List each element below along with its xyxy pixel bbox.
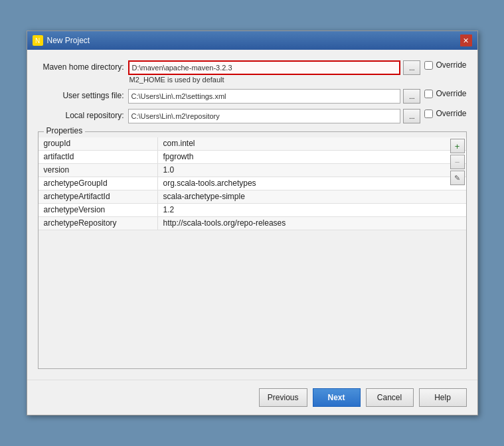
- local-repo-row: Local repository: ... Override: [38, 109, 467, 123]
- dialog-title: New Project: [47, 36, 90, 45]
- table-row[interactable]: archetypeRepository http://scala-tools.o…: [39, 217, 466, 230]
- maven-home-override: Override: [424, 60, 466, 70]
- local-repo-input-row: ...: [128, 109, 421, 123]
- remove-property-button[interactable]: −: [450, 155, 465, 169]
- maven-home-hint: M2_HOME is used by default: [128, 76, 421, 84]
- table-row[interactable]: version 1.0: [39, 164, 466, 177]
- table-row[interactable]: artifactId fpgrowth: [39, 151, 466, 164]
- local-repo-browse-button[interactable]: ...: [403, 109, 420, 123]
- maven-home-input-row: ...: [128, 60, 421, 75]
- dialog-content: Maven home directory: ... M2_HOME is use…: [27, 50, 477, 380]
- title-bar: N New Project ✕: [27, 31, 477, 50]
- user-settings-override-label: Override: [436, 89, 466, 98]
- local-repo-label: Local repository:: [38, 109, 124, 120]
- prop-key: artifactId: [39, 151, 158, 163]
- maven-home-override-checkbox[interactable]: [424, 61, 433, 70]
- properties-sidebar: + − ✎: [449, 137, 466, 186]
- table-row[interactable]: archetypeVersion 1.2: [39, 204, 466, 217]
- user-settings-override: Override: [424, 89, 466, 98]
- prop-value: com.intel: [158, 137, 466, 150]
- user-settings-label: User settings file:: [38, 89, 124, 100]
- footer: Previous Next Cancel Help: [27, 380, 477, 415]
- user-settings-row: User settings file: ... Override: [38, 89, 467, 104]
- dialog-icon: N: [33, 35, 43, 46]
- user-settings-browse-button[interactable]: ...: [403, 89, 420, 104]
- table-row[interactable]: archetypeArtifactId scala-archetype-simp…: [39, 190, 466, 204]
- title-bar-left: N New Project: [33, 35, 90, 46]
- maven-home-row: Maven home directory: ... M2_HOME is use…: [38, 60, 467, 84]
- table-row[interactable]: groupId com.intel: [39, 137, 466, 151]
- prop-value: fpgrowth: [158, 151, 466, 163]
- properties-border: Properties groupId com.intel artifactId …: [38, 131, 467, 369]
- local-repo-override: Override: [424, 109, 466, 118]
- prop-value: org.scala-tools.archetypes: [158, 177, 466, 190]
- prop-key: archetypeArtifactId: [39, 190, 158, 203]
- prop-value: 1.2: [158, 204, 466, 216]
- maven-home-browse-button[interactable]: ...: [403, 60, 420, 75]
- help-button[interactable]: Help: [419, 388, 467, 407]
- prop-value: http://scala-tools.org/repo-releases: [158, 217, 466, 230]
- local-repo-override-label: Override: [436, 109, 466, 118]
- user-settings-input-row: ...: [128, 89, 421, 104]
- previous-button[interactable]: Previous: [259, 388, 307, 407]
- properties-section: Properties groupId com.intel artifactId …: [38, 131, 467, 369]
- user-settings-input-group: ...: [128, 89, 421, 104]
- dialog-icon-letter: N: [35, 37, 40, 44]
- prop-key: archetypeRepository: [39, 217, 158, 230]
- prop-value: 1.0: [158, 164, 466, 177]
- properties-legend: Properties: [44, 126, 86, 135]
- properties-table: groupId com.intel artifactId fpgrowth ve…: [39, 137, 466, 368]
- local-repo-override-checkbox[interactable]: [424, 110, 433, 118]
- local-repo-input[interactable]: [128, 109, 401, 123]
- local-repo-input-group: ...: [128, 109, 421, 123]
- prop-key: archetypeVersion: [39, 204, 158, 216]
- maven-home-input[interactable]: [128, 60, 401, 75]
- maven-home-input-group: ... M2_HOME is used by default: [128, 60, 421, 84]
- prop-key: archetypeGroupId: [39, 177, 158, 190]
- table-row[interactable]: archetypeGroupId org.scala-tools.archety…: [39, 177, 466, 190]
- close-button[interactable]: ✕: [460, 35, 472, 46]
- user-settings-input[interactable]: [128, 89, 401, 104]
- edit-property-button[interactable]: ✎: [450, 171, 465, 185]
- maven-home-label: Maven home directory:: [38, 60, 124, 72]
- add-property-button[interactable]: +: [450, 139, 465, 153]
- new-project-dialog: N New Project ✕ Maven home directory: ..…: [27, 31, 478, 415]
- cancel-button[interactable]: Cancel: [366, 388, 414, 407]
- prop-key: version: [39, 164, 158, 177]
- maven-home-override-label: Override: [436, 60, 466, 70]
- prop-value: scala-archetype-simple: [158, 190, 466, 203]
- next-button[interactable]: Next: [313, 388, 361, 407]
- prop-key: groupId: [39, 137, 158, 150]
- user-settings-override-checkbox[interactable]: [424, 90, 433, 98]
